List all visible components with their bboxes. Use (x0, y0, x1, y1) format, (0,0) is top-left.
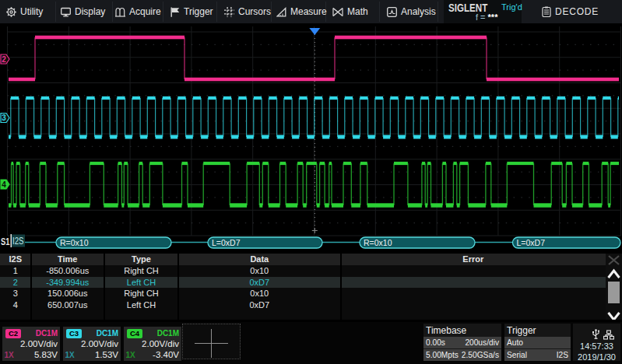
svg-text:L=0xD7: L=0xD7 (212, 238, 241, 247)
svg-text:4: 4 (2, 180, 6, 189)
svg-text:R=0x10: R=0x10 (364, 238, 392, 247)
svg-text:R=0x10: R=0x10 (60, 238, 89, 247)
svg-text:L=0xD7: L=0xD7 (517, 238, 546, 247)
svg-text:3: 3 (2, 114, 6, 122)
svg-text:2: 2 (2, 55, 6, 64)
svg-text:S1: S1 (1, 236, 10, 247)
svg-text:I2S: I2S (12, 236, 24, 247)
